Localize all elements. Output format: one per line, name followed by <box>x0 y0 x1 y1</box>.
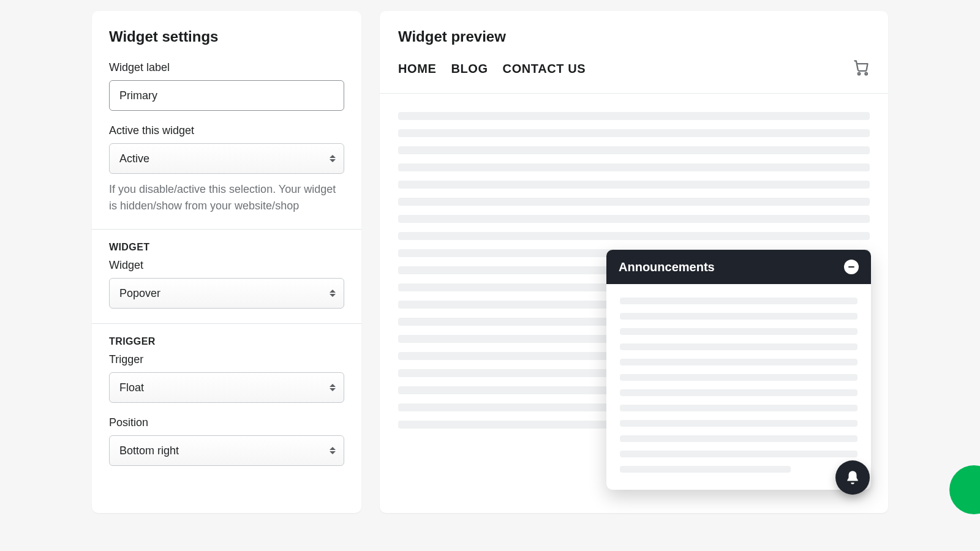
svg-point-1 <box>865 73 867 75</box>
nav-contact[interactable]: CONTACT US <box>503 62 586 76</box>
popover-header: Announcements <box>606 250 871 284</box>
widget-type-select[interactable]: Popover <box>109 278 344 309</box>
cart-icon[interactable] <box>853 59 870 78</box>
divider <box>92 229 361 230</box>
position-select[interactable]: Bottom right <box>109 435 344 466</box>
settings-title: Widget settings <box>109 28 344 45</box>
position-label: Position <box>109 416 344 429</box>
popover-body <box>606 284 871 490</box>
announcements-popover: Announcements <box>606 250 871 490</box>
active-label: Active this widget <box>109 124 344 137</box>
widget-label-field: Widget label <box>109 61 344 111</box>
widget-type-label: Widget <box>109 259 344 272</box>
widget-label-input[interactable] <box>109 80 344 111</box>
active-field: Active this widget Active If you disable… <box>109 124 344 214</box>
nav-blog[interactable]: BLOG <box>451 62 488 76</box>
trigger-select[interactable]: Float <box>109 372 344 403</box>
active-select[interactable]: Active <box>109 143 344 174</box>
minimize-icon[interactable] <box>844 260 859 274</box>
settings-panel: Widget settings Widget label Active this… <box>92 11 361 513</box>
widget-section-heading: WIDGET <box>109 242 344 253</box>
trigger-label: Trigger <box>109 353 344 366</box>
divider <box>92 323 361 324</box>
svg-point-0 <box>858 73 861 75</box>
preview-title: Widget preview <box>380 28 888 45</box>
position-field: Position Bottom right <box>109 416 344 466</box>
widget-type-field: Widget Popover <box>109 259 344 309</box>
bell-float-button[interactable] <box>835 460 870 495</box>
preview-nav: HOME BLOG CONTACT US <box>380 59 888 94</box>
preview-panel: Widget preview HOME BLOG CONTACT US <box>380 11 888 513</box>
widget-label-label: Widget label <box>109 61 344 74</box>
bell-icon <box>845 470 861 485</box>
trigger-field: Trigger Float <box>109 353 344 403</box>
nav-home[interactable]: HOME <box>398 62 436 76</box>
popover-title: Announcements <box>619 260 715 274</box>
trigger-section-heading: TRIGGER <box>109 336 344 347</box>
active-help-text: If you disable/active this selection. Yo… <box>109 181 344 214</box>
